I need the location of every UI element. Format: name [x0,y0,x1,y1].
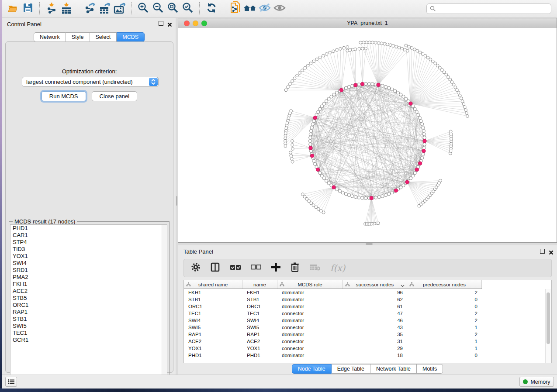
toolbar-separator [199,2,200,15]
mcds-result-item[interactable]: YOX1 [10,253,167,260]
table-row[interactable]: STB1STB1dominator620 [184,296,551,303]
table-cell: TEC1 [242,310,277,317]
deselect-all-button[interactable] [251,263,261,273]
mcds-result-item[interactable]: STP4 [10,239,167,246]
mcds-result-item[interactable]: CAR1 [10,232,167,239]
optimization-criterion-dropdown[interactable]: largest connected component (undirected) [22,77,159,87]
task-history-button[interactable] [5,377,17,387]
zoom-fit-button[interactable] [166,2,180,16]
column-label: predecessor nodes [423,282,466,287]
tab-node-table[interactable]: Node Table [292,364,332,374]
delete-row-button[interactable] [290,262,300,274]
mcds-result-item[interactable]: TEC1 [10,330,167,337]
vertical-splitter-handle[interactable] [176,196,177,206]
import-network-button[interactable] [44,2,59,16]
zoom-in-button[interactable] [136,2,151,16]
sort-desc-icon [401,283,405,288]
table-row[interactable]: PHD1PHD1dominator180 [184,352,551,359]
toolbar-separator [39,2,40,15]
tab-mcds[interactable]: MCDS [117,32,145,42]
tab-motifs[interactable]: Motifs [417,364,443,374]
refresh-icon [205,2,218,16]
mcds-result-list[interactable]: PHD1CAR1STP4TID3YOX1SWI4SRD1PMA2FKH1ACE2… [10,224,167,382]
mcds-result-item[interactable]: STB1 [10,316,167,323]
column-label: name [253,282,266,287]
table-row[interactable]: FKH1FKH1dominator962 [184,289,551,296]
table-scrollbar-thumb[interactable] [547,292,550,344]
table-cell: YOX1 [242,345,277,352]
gear-button[interactable] [190,262,201,274]
function-button[interactable]: f(x) [330,263,345,273]
zoom-selected-button[interactable] [180,2,195,16]
mcds-result-item[interactable]: SRD1 [10,267,167,274]
table-cell: 62 [343,296,407,303]
show-all-button[interactable] [272,2,287,16]
export-table-button[interactable] [97,2,112,16]
table-cell: YOX1 [184,345,242,352]
mcds-result-item[interactable]: RAP1 [10,309,167,316]
tab-network[interactable]: Network [34,32,66,42]
export-image-button[interactable] [112,2,127,16]
import-table-button[interactable] [59,2,74,16]
table-row[interactable]: YOX1YOX1connector291 [184,345,551,352]
column-header-shared-name[interactable]: shared name [184,280,242,289]
save-session-button[interactable] [21,2,35,16]
select-all-button[interactable] [230,263,241,273]
table-scrollbar[interactable] [545,289,551,363]
add-row-button[interactable] [271,262,280,274]
float-table-panel-icon[interactable] [540,249,545,254]
table-row[interactable]: TEC1TEC1connector472 [184,310,551,317]
column-header-MCDS-role[interactable]: MCDS role [277,280,343,289]
mcds-result-item[interactable]: PMA2 [10,274,167,281]
tab-select[interactable]: Select [90,32,117,42]
tab-edge-table[interactable]: Edge Table [332,364,370,374]
table-row[interactable]: ORC1ORC1dominator610 [184,303,551,310]
mcds-result-item[interactable]: ORC1 [10,302,167,309]
mcds-list-scrollbar[interactable] [162,225,167,382]
network-canvas[interactable] [178,28,557,242]
zoom-out-button[interactable] [151,2,166,16]
table-cell: 2 [407,310,482,317]
table-cell: 0 [407,352,482,359]
horizontal-splitter-handle[interactable] [366,243,373,245]
table-row[interactable]: RAP1RAP1dominator352 [184,331,551,338]
manage-networks-button[interactable] [228,2,242,16]
close-table-panel-icon[interactable] [549,249,554,254]
network-window-titlebar[interactable]: YPA_prune.txt_1 [178,18,557,28]
float-panel-icon[interactable] [159,21,163,26]
columns-button[interactable] [211,262,220,274]
table-cell: 0 [407,303,482,310]
mcds-result-item[interactable]: TID3 [10,246,167,253]
network-graph[interactable] [178,28,557,242]
mcds-result-item[interactable]: GCR1 [10,337,167,344]
show-all-icon [273,3,286,14]
first-neighbors-button[interactable] [242,2,257,16]
mcds-result-item[interactable]: STB5 [10,295,167,302]
mcds-result-item[interactable]: ACE2 [10,288,167,295]
column-header-name[interactable]: name [242,280,277,289]
run-mcds-button[interactable]: Run MCDS [42,91,86,101]
refresh-button[interactable] [204,2,219,16]
export-network-button[interactable] [83,2,97,16]
table-row[interactable]: SWI5SWI5connector431 [184,324,551,331]
close-panel-icon[interactable] [167,21,172,26]
mcds-result-item[interactable]: FKH1 [10,281,167,288]
mcds-result-item[interactable]: SWI4 [10,260,167,267]
hide-selected-button[interactable] [257,2,272,16]
table-panel: Table Panel f(x) shared namenameMCDS rol… [178,245,557,375]
close-panel-button[interactable]: Close panel [92,91,138,101]
column-header-predecessor-nodes[interactable]: predecessor nodes [407,280,482,289]
table-row[interactable]: SWI4SWI4dominator462 [184,317,551,324]
table-row[interactable]: ACE2ACE2connector311 [184,338,551,345]
tab-style[interactable]: Style [66,32,90,42]
open-file-button[interactable] [6,2,21,16]
memory-button[interactable]: Memory [519,377,554,387]
mcds-result-item[interactable]: PHD1 [10,225,167,232]
delete-table-button[interactable] [309,263,321,273]
table-cell: connector [277,324,343,331]
search-input[interactable] [426,3,551,14]
mcds-result-item[interactable]: SWI5 [10,323,167,330]
column-header-successor-nodes[interactable]: successor nodes [343,280,407,289]
tab-network-table[interactable]: Network Table [370,364,417,374]
hide-selected-icon [258,3,271,15]
